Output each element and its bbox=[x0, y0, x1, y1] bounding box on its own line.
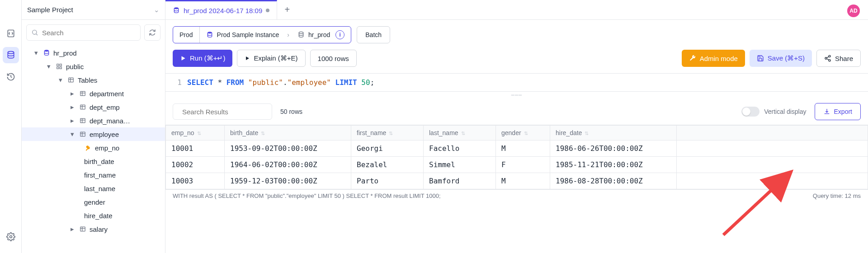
caret-right-icon: ▸ bbox=[71, 225, 76, 233]
svg-rect-6 bbox=[60, 64, 61, 66]
col-first-name[interactable]: first_name⇅ bbox=[351, 126, 424, 141]
tree-table-employee[interactable]: ▾ employee bbox=[22, 127, 165, 141]
tree-column-first-name[interactable]: first_name bbox=[22, 168, 165, 182]
table-icon bbox=[79, 104, 87, 110]
save-button[interactable]: Save (⌘+S) bbox=[750, 50, 812, 67]
sidebar-search-input[interactable] bbox=[42, 29, 136, 37]
table-row[interactable]: 100011953-09-02T00:00:00ZGeorgiFacelloM1… bbox=[166, 141, 868, 157]
col-hire-date[interactable]: hire_date⇅ bbox=[550, 126, 677, 141]
rail-history-icon[interactable] bbox=[3, 69, 19, 85]
tree-tables-folder[interactable]: ▾ Tables bbox=[22, 73, 165, 87]
project-selector[interactable]: Sample Project ⌄ bbox=[22, 0, 165, 20]
sort-icon: ⇅ bbox=[524, 131, 528, 136]
editor-tab[interactable]: hr_prod 2024-06-17 18:09 bbox=[165, 0, 277, 19]
run-button[interactable]: Run (⌘+↵) bbox=[173, 50, 232, 67]
status-bar: WITH result AS ( SELECT * FROM "public".… bbox=[165, 189, 868, 202]
sql-code: SELECT * FROM "public"."employee" LIMIT … bbox=[187, 78, 374, 87]
export-button[interactable]: Export bbox=[815, 103, 861, 120]
svg-point-17 bbox=[299, 32, 303, 33]
results-toolbar: 50 rows Vertical display Export bbox=[165, 98, 868, 125]
sort-icon: ⇅ bbox=[389, 131, 393, 136]
table-row[interactable]: 100031959-12-03T00:00:00ZPartoBamfordM19… bbox=[166, 173, 868, 189]
pane-splitter[interactable]: ═══ bbox=[165, 91, 868, 98]
tree-table-dept-manager[interactable]: ▸ dept_mana… bbox=[22, 114, 165, 127]
cell-birth_date: 1959-12-03T00:00:00Z bbox=[225, 173, 351, 189]
key-icon bbox=[84, 145, 92, 151]
play-icon bbox=[180, 55, 186, 61]
tree-tables-label: Tables bbox=[78, 76, 97, 84]
svg-rect-8 bbox=[60, 67, 61, 69]
vertical-display-label: Vertical display bbox=[764, 108, 806, 115]
caret-down-icon: ▾ bbox=[34, 49, 40, 57]
refresh-button[interactable] bbox=[144, 24, 160, 41]
col-gender[interactable]: gender⇅ bbox=[496, 126, 550, 141]
tree-schema[interactable]: ▾ public bbox=[22, 60, 165, 73]
context-breadcrumb[interactable]: Prod Prod Sample Instance › hr_prod i bbox=[173, 26, 351, 43]
cell-last_name: Bamford bbox=[424, 173, 496, 189]
rail-database-icon[interactable] bbox=[3, 47, 19, 63]
results-search[interactable] bbox=[173, 103, 272, 120]
caret-down-icon: ▾ bbox=[71, 130, 76, 138]
results-search-input[interactable] bbox=[182, 108, 268, 116]
vertical-display-toggle[interactable] bbox=[741, 107, 760, 117]
batch-button[interactable]: Batch bbox=[357, 26, 390, 43]
database-chip[interactable]: hr_prod i bbox=[291, 27, 351, 43]
env-chip[interactable]: Prod bbox=[173, 27, 200, 43]
share-icon bbox=[824, 55, 831, 62]
info-icon[interactable]: i bbox=[335, 30, 344, 39]
svg-rect-12 bbox=[80, 118, 85, 122]
database-icon bbox=[297, 31, 305, 38]
svg-rect-5 bbox=[57, 64, 59, 66]
main-pane: hr_prod 2024-06-17 18:09 + AD Prod Prod … bbox=[165, 0, 868, 253]
svg-rect-13 bbox=[80, 132, 85, 136]
table-icon bbox=[79, 117, 87, 124]
svg-point-4 bbox=[44, 50, 48, 52]
explain-button[interactable]: Explain (⌘+E) bbox=[237, 50, 305, 67]
nav-rail bbox=[0, 0, 22, 253]
tree-column-birth-date[interactable]: birth_date bbox=[22, 155, 165, 168]
results-table[interactable]: emp_no⇅ birth_date⇅ first_name⇅ last_nam… bbox=[165, 125, 868, 189]
cell-first_name: Georgi bbox=[351, 141, 424, 157]
wrench-icon bbox=[689, 55, 696, 62]
tree-database[interactable]: ▾ hr_prod bbox=[22, 46, 165, 60]
svg-point-2 bbox=[9, 236, 12, 238]
tree-table-department[interactable]: ▸ department bbox=[22, 87, 165, 100]
cell-emp_no: 10003 bbox=[166, 173, 225, 189]
sidebar-search[interactable] bbox=[26, 24, 141, 41]
col-last-name[interactable]: last_name⇅ bbox=[424, 126, 496, 141]
tree-column-gender[interactable]: gender bbox=[22, 195, 165, 209]
share-button[interactable]: Share bbox=[816, 50, 861, 67]
admin-mode-button[interactable]: Admin mode bbox=[682, 50, 745, 67]
row-limit-select[interactable]: 1000 rows bbox=[310, 50, 357, 67]
cell-hire_date: 1986-08-28T00:00:00Z bbox=[550, 173, 677, 189]
rail-settings-icon[interactable] bbox=[3, 229, 19, 245]
svg-rect-10 bbox=[80, 91, 85, 95]
tree-table-salary[interactable]: ▸ salary bbox=[22, 222, 165, 236]
col-birth-date[interactable]: birth_date⇅ bbox=[225, 126, 351, 141]
tree-table-dept-emp[interactable]: ▸ dept_emp bbox=[22, 100, 165, 114]
table-group-icon bbox=[67, 77, 75, 83]
chevron-down-icon: ⌄ bbox=[154, 6, 160, 14]
download-icon bbox=[823, 108, 830, 115]
tree-column-last-name[interactable]: last_name bbox=[22, 182, 165, 195]
add-tab-button[interactable]: + bbox=[277, 0, 297, 19]
table-row[interactable]: 100021964-06-02T00:00:00ZBezalelSimmelF1… bbox=[166, 157, 868, 173]
caret-right-icon: ▸ bbox=[71, 117, 76, 125]
tab-bar: hr_prod 2024-06-17 18:09 + bbox=[165, 0, 868, 20]
user-avatar[interactable]: AD bbox=[847, 5, 860, 17]
editor-toolbar: Run (⌘+↵) Explain (⌘+E) 1000 rows Admin … bbox=[165, 50, 868, 73]
unsaved-dot-icon bbox=[266, 9, 269, 12]
svg-point-18 bbox=[829, 55, 830, 57]
table-header-row: emp_no⇅ birth_date⇅ first_name⇅ last_nam… bbox=[166, 126, 868, 141]
table-icon bbox=[79, 226, 87, 232]
rail-sql-editor-icon[interactable] bbox=[3, 25, 19, 42]
sql-editor[interactable]: 1 SELECT * FROM "public"."employee" LIMI… bbox=[165, 73, 868, 91]
sort-icon: ⇅ bbox=[585, 131, 589, 136]
instance-chip[interactable]: Prod Sample Instance bbox=[200, 27, 286, 43]
tree-column-hire-date[interactable]: hire_date bbox=[22, 209, 165, 222]
chevron-right-icon: › bbox=[285, 31, 291, 38]
cell-emp_no: 10002 bbox=[166, 157, 225, 173]
col-emp-no[interactable]: emp_no⇅ bbox=[166, 126, 225, 141]
caret-down-icon: ▾ bbox=[47, 62, 52, 70]
tree-column-emp-no[interactable]: emp_no bbox=[22, 141, 165, 155]
